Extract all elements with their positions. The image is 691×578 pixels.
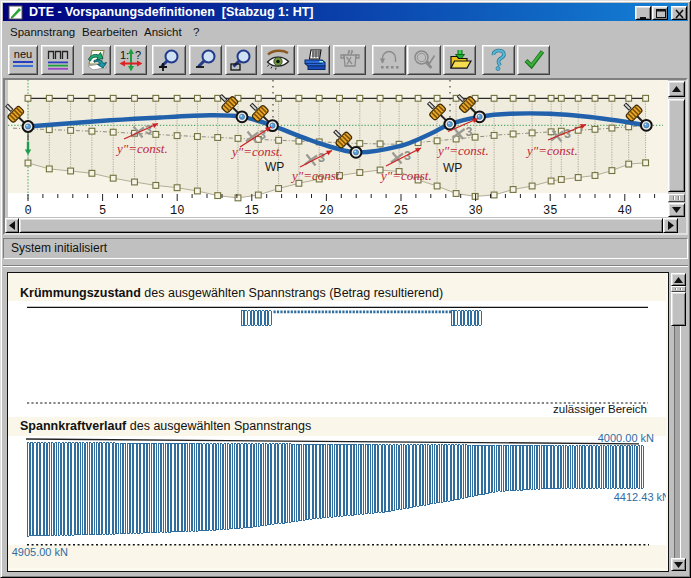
svg-text:y"=const.: y"=const. <box>115 141 168 156</box>
svg-text:10: 10 <box>170 204 184 217</box>
svg-text:3: 3 <box>564 127 571 141</box>
svg-text:40: 40 <box>618 204 632 217</box>
svg-text:35: 35 <box>543 204 557 217</box>
svg-text:neu: neu <box>14 48 32 60</box>
svg-text:y"=const.: y"=const. <box>525 143 578 158</box>
svg-text:y"=const.: y"=const. <box>436 143 489 158</box>
svg-text:y"=const.: y"=const. <box>230 144 283 159</box>
svg-text:y"=const.: y"=const. <box>379 168 432 183</box>
svg-text:4412.43 kN: 4412.43 kN <box>614 491 666 503</box>
svg-text:?: ? <box>134 49 140 61</box>
svg-text:25: 25 <box>394 204 408 217</box>
svg-text:0: 0 <box>24 204 31 217</box>
svg-text:30: 30 <box>468 204 482 217</box>
svg-text:4000.00 kN: 4000.00 kN <box>598 432 654 444</box>
svg-text:1:: 1: <box>119 49 128 61</box>
svg-text:Krümmungszustand des ausgewähl: Krümmungszustand des ausgewählten Spanns… <box>20 286 443 300</box>
svg-text:15: 15 <box>245 204 259 217</box>
svg-text:y"=const.: y"=const. <box>290 168 343 183</box>
svg-text:5: 5 <box>99 204 106 217</box>
svg-text:WP: WP <box>265 160 284 174</box>
svg-text:3: 3 <box>145 123 152 137</box>
svg-text:4905.00 kN: 4905.00 kN <box>12 546 68 558</box>
svg-text:20: 20 <box>319 204 333 217</box>
svg-text:zulässiger Bereich: zulässiger Bereich <box>553 403 647 415</box>
svg-text:WP: WP <box>443 161 462 175</box>
svg-text:3: 3 <box>466 125 473 139</box>
svg-text:Spannkraftverlauf des ausgewäh: Spannkraftverlauf des ausgewählten Spann… <box>20 419 311 433</box>
svg-text:3: 3 <box>318 151 325 165</box>
svg-text:3: 3 <box>259 128 266 142</box>
